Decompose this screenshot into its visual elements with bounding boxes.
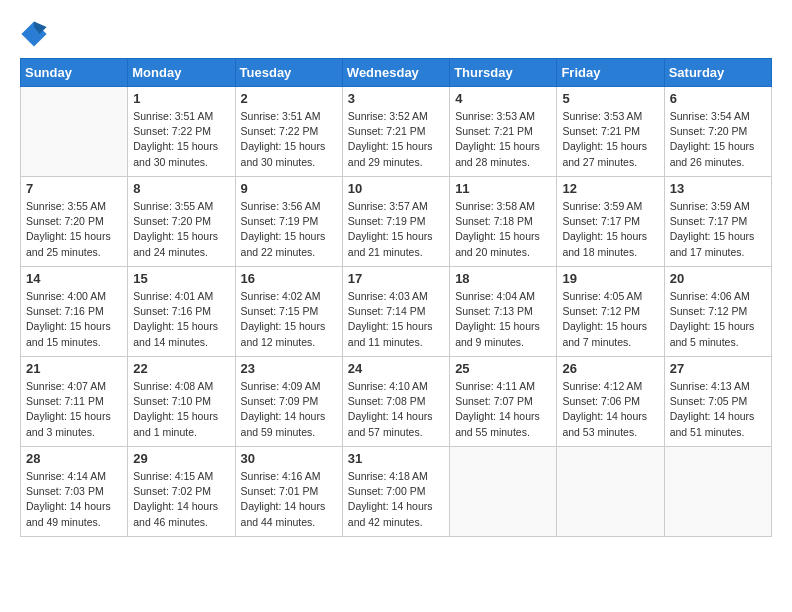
day-number: 27 bbox=[670, 361, 766, 376]
day-info: Sunrise: 3:55 AM Sunset: 7:20 PM Dayligh… bbox=[133, 199, 229, 260]
day-info: Sunrise: 4:18 AM Sunset: 7:00 PM Dayligh… bbox=[348, 469, 444, 530]
day-number: 11 bbox=[455, 181, 551, 196]
day-info: Sunrise: 4:03 AM Sunset: 7:14 PM Dayligh… bbox=[348, 289, 444, 350]
calendar-cell: 7 Sunrise: 3:55 AM Sunset: 7:20 PM Dayli… bbox=[21, 177, 128, 267]
calendar-cell: 2 Sunrise: 3:51 AM Sunset: 7:22 PM Dayli… bbox=[235, 87, 342, 177]
day-number: 1 bbox=[133, 91, 229, 106]
day-info: Sunrise: 3:51 AM Sunset: 7:22 PM Dayligh… bbox=[241, 109, 337, 170]
day-info: Sunrise: 3:59 AM Sunset: 7:17 PM Dayligh… bbox=[562, 199, 658, 260]
day-number: 16 bbox=[241, 271, 337, 286]
day-info: Sunrise: 4:14 AM Sunset: 7:03 PM Dayligh… bbox=[26, 469, 122, 530]
day-number: 30 bbox=[241, 451, 337, 466]
calendar-cell: 30 Sunrise: 4:16 AM Sunset: 7:01 PM Dayl… bbox=[235, 447, 342, 537]
day-info: Sunrise: 4:15 AM Sunset: 7:02 PM Dayligh… bbox=[133, 469, 229, 530]
day-number: 9 bbox=[241, 181, 337, 196]
day-info: Sunrise: 4:00 AM Sunset: 7:16 PM Dayligh… bbox=[26, 289, 122, 350]
calendar-cell: 16 Sunrise: 4:02 AM Sunset: 7:15 PM Dayl… bbox=[235, 267, 342, 357]
day-number: 19 bbox=[562, 271, 658, 286]
calendar-cell: 28 Sunrise: 4:14 AM Sunset: 7:03 PM Dayl… bbox=[21, 447, 128, 537]
day-info: Sunrise: 3:57 AM Sunset: 7:19 PM Dayligh… bbox=[348, 199, 444, 260]
day-info: Sunrise: 4:08 AM Sunset: 7:10 PM Dayligh… bbox=[133, 379, 229, 440]
day-info: Sunrise: 4:07 AM Sunset: 7:11 PM Dayligh… bbox=[26, 379, 122, 440]
weekday-header-saturday: Saturday bbox=[664, 59, 771, 87]
day-info: Sunrise: 3:51 AM Sunset: 7:22 PM Dayligh… bbox=[133, 109, 229, 170]
calendar-cell: 21 Sunrise: 4:07 AM Sunset: 7:11 PM Dayl… bbox=[21, 357, 128, 447]
calendar-cell: 6 Sunrise: 3:54 AM Sunset: 7:20 PM Dayli… bbox=[664, 87, 771, 177]
week-row-3: 14 Sunrise: 4:00 AM Sunset: 7:16 PM Dayl… bbox=[21, 267, 772, 357]
day-number: 18 bbox=[455, 271, 551, 286]
calendar-cell: 31 Sunrise: 4:18 AM Sunset: 7:00 PM Dayl… bbox=[342, 447, 449, 537]
day-number: 29 bbox=[133, 451, 229, 466]
day-number: 26 bbox=[562, 361, 658, 376]
day-info: Sunrise: 3:53 AM Sunset: 7:21 PM Dayligh… bbox=[455, 109, 551, 170]
day-info: Sunrise: 4:09 AM Sunset: 7:09 PM Dayligh… bbox=[241, 379, 337, 440]
day-info: Sunrise: 3:52 AM Sunset: 7:21 PM Dayligh… bbox=[348, 109, 444, 170]
page-header bbox=[20, 20, 772, 48]
day-info: Sunrise: 3:54 AM Sunset: 7:20 PM Dayligh… bbox=[670, 109, 766, 170]
day-info: Sunrise: 3:55 AM Sunset: 7:20 PM Dayligh… bbox=[26, 199, 122, 260]
calendar-cell bbox=[21, 87, 128, 177]
calendar-cell: 27 Sunrise: 4:13 AM Sunset: 7:05 PM Dayl… bbox=[664, 357, 771, 447]
weekday-header-friday: Friday bbox=[557, 59, 664, 87]
calendar-cell: 29 Sunrise: 4:15 AM Sunset: 7:02 PM Dayl… bbox=[128, 447, 235, 537]
logo-icon bbox=[20, 20, 48, 48]
calendar-cell: 22 Sunrise: 4:08 AM Sunset: 7:10 PM Dayl… bbox=[128, 357, 235, 447]
day-number: 12 bbox=[562, 181, 658, 196]
day-number: 31 bbox=[348, 451, 444, 466]
calendar-cell: 13 Sunrise: 3:59 AM Sunset: 7:17 PM Dayl… bbox=[664, 177, 771, 267]
calendar-cell: 24 Sunrise: 4:10 AM Sunset: 7:08 PM Dayl… bbox=[342, 357, 449, 447]
day-info: Sunrise: 4:12 AM Sunset: 7:06 PM Dayligh… bbox=[562, 379, 658, 440]
calendar-cell: 19 Sunrise: 4:05 AM Sunset: 7:12 PM Dayl… bbox=[557, 267, 664, 357]
day-number: 5 bbox=[562, 91, 658, 106]
calendar-cell bbox=[664, 447, 771, 537]
day-info: Sunrise: 4:01 AM Sunset: 7:16 PM Dayligh… bbox=[133, 289, 229, 350]
calendar-cell: 11 Sunrise: 3:58 AM Sunset: 7:18 PM Dayl… bbox=[450, 177, 557, 267]
day-info: Sunrise: 4:05 AM Sunset: 7:12 PM Dayligh… bbox=[562, 289, 658, 350]
day-number: 7 bbox=[26, 181, 122, 196]
calendar-cell: 25 Sunrise: 4:11 AM Sunset: 7:07 PM Dayl… bbox=[450, 357, 557, 447]
calendar-cell: 14 Sunrise: 4:00 AM Sunset: 7:16 PM Dayl… bbox=[21, 267, 128, 357]
calendar-cell: 18 Sunrise: 4:04 AM Sunset: 7:13 PM Dayl… bbox=[450, 267, 557, 357]
week-row-2: 7 Sunrise: 3:55 AM Sunset: 7:20 PM Dayli… bbox=[21, 177, 772, 267]
day-number: 20 bbox=[670, 271, 766, 286]
day-number: 23 bbox=[241, 361, 337, 376]
calendar-cell: 4 Sunrise: 3:53 AM Sunset: 7:21 PM Dayli… bbox=[450, 87, 557, 177]
day-info: Sunrise: 3:56 AM Sunset: 7:19 PM Dayligh… bbox=[241, 199, 337, 260]
weekday-header-tuesday: Tuesday bbox=[235, 59, 342, 87]
calendar-cell: 12 Sunrise: 3:59 AM Sunset: 7:17 PM Dayl… bbox=[557, 177, 664, 267]
calendar-cell: 17 Sunrise: 4:03 AM Sunset: 7:14 PM Dayl… bbox=[342, 267, 449, 357]
calendar-table: SundayMondayTuesdayWednesdayThursdayFrid… bbox=[20, 58, 772, 537]
day-number: 14 bbox=[26, 271, 122, 286]
day-number: 8 bbox=[133, 181, 229, 196]
day-info: Sunrise: 3:53 AM Sunset: 7:21 PM Dayligh… bbox=[562, 109, 658, 170]
day-info: Sunrise: 4:10 AM Sunset: 7:08 PM Dayligh… bbox=[348, 379, 444, 440]
day-number: 6 bbox=[670, 91, 766, 106]
day-number: 4 bbox=[455, 91, 551, 106]
calendar-cell: 26 Sunrise: 4:12 AM Sunset: 7:06 PM Dayl… bbox=[557, 357, 664, 447]
calendar-cell: 3 Sunrise: 3:52 AM Sunset: 7:21 PM Dayli… bbox=[342, 87, 449, 177]
day-number: 3 bbox=[348, 91, 444, 106]
day-number: 22 bbox=[133, 361, 229, 376]
day-number: 28 bbox=[26, 451, 122, 466]
calendar-cell: 5 Sunrise: 3:53 AM Sunset: 7:21 PM Dayli… bbox=[557, 87, 664, 177]
weekday-header-row: SundayMondayTuesdayWednesdayThursdayFrid… bbox=[21, 59, 772, 87]
calendar-cell: 20 Sunrise: 4:06 AM Sunset: 7:12 PM Dayl… bbox=[664, 267, 771, 357]
day-info: Sunrise: 4:04 AM Sunset: 7:13 PM Dayligh… bbox=[455, 289, 551, 350]
calendar-cell: 9 Sunrise: 3:56 AM Sunset: 7:19 PM Dayli… bbox=[235, 177, 342, 267]
day-number: 13 bbox=[670, 181, 766, 196]
day-number: 24 bbox=[348, 361, 444, 376]
calendar-cell: 1 Sunrise: 3:51 AM Sunset: 7:22 PM Dayli… bbox=[128, 87, 235, 177]
week-row-5: 28 Sunrise: 4:14 AM Sunset: 7:03 PM Dayl… bbox=[21, 447, 772, 537]
day-info: Sunrise: 4:16 AM Sunset: 7:01 PM Dayligh… bbox=[241, 469, 337, 530]
calendar-cell: 23 Sunrise: 4:09 AM Sunset: 7:09 PM Dayl… bbox=[235, 357, 342, 447]
weekday-header-thursday: Thursday bbox=[450, 59, 557, 87]
day-number: 15 bbox=[133, 271, 229, 286]
calendar-cell bbox=[450, 447, 557, 537]
day-info: Sunrise: 4:02 AM Sunset: 7:15 PM Dayligh… bbox=[241, 289, 337, 350]
day-number: 21 bbox=[26, 361, 122, 376]
week-row-4: 21 Sunrise: 4:07 AM Sunset: 7:11 PM Dayl… bbox=[21, 357, 772, 447]
day-info: Sunrise: 4:06 AM Sunset: 7:12 PM Dayligh… bbox=[670, 289, 766, 350]
week-row-1: 1 Sunrise: 3:51 AM Sunset: 7:22 PM Dayli… bbox=[21, 87, 772, 177]
weekday-header-sunday: Sunday bbox=[21, 59, 128, 87]
day-number: 2 bbox=[241, 91, 337, 106]
